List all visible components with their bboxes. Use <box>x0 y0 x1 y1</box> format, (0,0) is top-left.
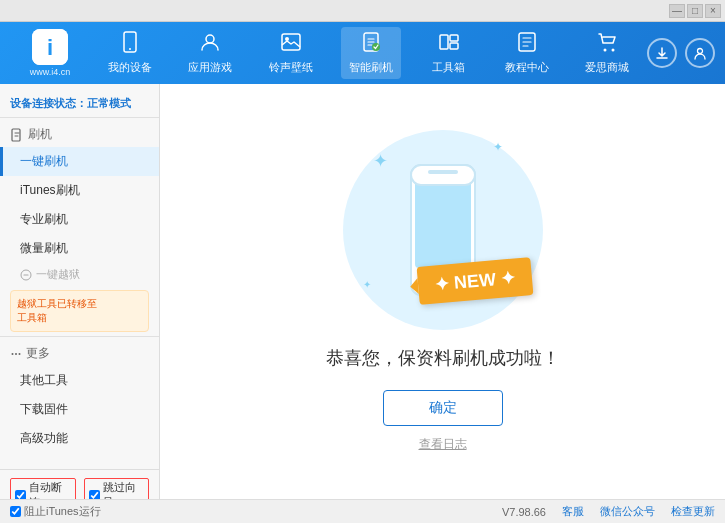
support-link[interactable]: 客服 <box>562 504 584 519</box>
nav-label-tutorial: 教程中心 <box>505 60 549 75</box>
confirm-btn-label: 确定 <box>429 399 457 417</box>
device-checkboxes: 自动断连 跳过向导 <box>10 478 149 499</box>
sidebar-note: 越狱工具已转移至工具箱 <box>10 290 149 332</box>
content-area: ✦ ✦ ✦ ✦ NEW ✦ 恭喜您，保资料刷机成功啦！ <box>160 84 725 499</box>
app-logo: i www.i4.cn <box>10 29 90 77</box>
close-btn[interactable]: × <box>705 4 721 18</box>
auto-disconnect-checkbox[interactable]: 自动断连 <box>10 478 76 499</box>
svg-point-19 <box>15 353 17 355</box>
nav-bar: i www.i4.cn 我的设备 应用游戏 <box>0 22 725 84</box>
sidebar-item-other[interactable]: 其他工具 <box>0 366 159 395</box>
svg-point-15 <box>698 49 703 54</box>
sidebar-other-label: 其他工具 <box>20 373 68 387</box>
svg-point-20 <box>19 353 21 355</box>
itunes-status-label: 阻止iTunes运行 <box>24 504 101 519</box>
skip-wizard-checkbox[interactable]: 跳过向导 <box>84 478 150 499</box>
confirm-button[interactable]: 确定 <box>383 390 503 426</box>
svg-rect-24 <box>415 178 471 268</box>
phone-bg-circle: ✦ ✦ ✦ ✦ NEW ✦ <box>343 130 543 330</box>
section-more: 更多 <box>0 341 159 366</box>
apps-icon <box>199 31 221 58</box>
nav-item-device[interactable]: 我的设备 <box>100 27 160 79</box>
bottom-left: 阻止iTunes运行 <box>10 504 101 519</box>
svg-rect-10 <box>450 35 458 41</box>
sidebar-itunes-label: iTunes刷机 <box>20 183 80 197</box>
svg-point-3 <box>129 48 131 50</box>
logo-icon: i <box>32 29 68 65</box>
sidebar-pro-label: 专业刷机 <box>20 212 68 226</box>
section-flash: 刷机 <box>0 122 159 147</box>
account-nav-btn[interactable] <box>685 38 715 68</box>
success-title: 恭喜您，保资料刷机成功啦！ <box>326 346 560 370</box>
sidebar-divider <box>0 336 159 337</box>
nav-label-smart: 智能刷机 <box>349 60 393 75</box>
nav-item-smart[interactable]: 智能刷机 <box>341 27 401 79</box>
itunes-block-checkbox[interactable]: 阻止iTunes运行 <box>10 504 101 519</box>
logo-subtitle: www.i4.cn <box>30 67 71 77</box>
auto-disconnect-label: 自动断连 <box>29 480 71 499</box>
nav-label-device: 我的设备 <box>108 60 152 75</box>
skip-wizard-label: 跳过向导 <box>103 480 145 499</box>
nav-label-store: 爱思商城 <box>585 60 629 75</box>
sidebar-item-pro[interactable]: 专业刷机 <box>0 205 159 234</box>
tutorial-icon <box>516 31 538 58</box>
version-label: V7.98.66 <box>502 506 546 518</box>
svg-rect-9 <box>440 35 448 49</box>
wallpaper-icon <box>280 31 302 58</box>
sidebar-item-micro[interactable]: 微量刷机 <box>0 234 159 263</box>
minimize-btn[interactable]: — <box>669 4 685 18</box>
sparkle-bl: ✦ <box>363 279 371 290</box>
svg-rect-26 <box>428 170 458 174</box>
bottom-right: V7.98.66 客服 微信公众号 检查更新 <box>502 504 715 519</box>
success-illustration: ✦ ✦ ✦ ✦ NEW ✦ <box>343 130 543 330</box>
update-link[interactable]: 检查更新 <box>671 504 715 519</box>
sparkle-tr: ✦ <box>493 140 503 154</box>
maximize-btn[interactable]: □ <box>687 4 703 18</box>
disabled-label: 一键越狱 <box>36 267 80 282</box>
connection-status: 设备连接状态：正常模式 <box>0 92 159 118</box>
sidebar-item-download[interactable]: 下载固件 <box>0 395 159 424</box>
secondary-link[interactable]: 查看日志 <box>419 436 467 453</box>
svg-point-13 <box>603 49 606 52</box>
download-nav-btn[interactable] <box>647 38 677 68</box>
bottom-bar: 阻止iTunes运行 V7.98.66 客服 微信公众号 检查更新 <box>0 499 725 523</box>
nav-item-tutorial[interactable]: 教程中心 <box>497 27 557 79</box>
smart-icon <box>360 31 382 58</box>
svg-rect-25 <box>411 165 475 185</box>
sidebar-item-oneclick[interactable]: 一键刷机 <box>0 147 159 176</box>
sidebar-disabled-jailbreak: 一键越狱 <box>0 263 159 286</box>
section1-label: 刷机 <box>28 126 52 143</box>
main-layout: 设备连接状态：正常模式 刷机 一键刷机 iTunes刷机 专业刷机 微量刷机 <box>0 84 725 499</box>
device-area: 自动断连 跳过向导 iPhone 12 mini 64GB Down-12min… <box>0 469 159 499</box>
svg-text:i: i <box>47 35 53 60</box>
status-value: 正常模式 <box>87 97 131 109</box>
new-badge-text: NEW <box>454 269 498 293</box>
title-bar: — □ × <box>0 0 725 22</box>
nav-items: 我的设备 应用游戏 铃声壁纸 <box>90 27 647 79</box>
device-icon <box>119 31 141 58</box>
tools-icon <box>438 31 460 58</box>
svg-point-4 <box>206 35 214 43</box>
skip-wizard-input[interactable] <box>89 490 100 500</box>
nav-label-wallpaper: 铃声壁纸 <box>269 60 313 75</box>
sidebar-item-itunes[interactable]: iTunes刷机 <box>0 176 159 205</box>
svg-point-14 <box>611 49 614 52</box>
nav-item-store[interactable]: 爱思商城 <box>577 27 637 79</box>
nav-right <box>647 38 715 68</box>
nav-item-wallpaper[interactable]: 铃声壁纸 <box>261 27 321 79</box>
nav-item-apps[interactable]: 应用游戏 <box>180 27 240 79</box>
section2-label: 更多 <box>26 345 50 362</box>
sidebar-advanced-label: 高级功能 <box>20 431 68 445</box>
sidebar-micro-label: 微量刷机 <box>20 241 68 255</box>
svg-rect-11 <box>450 43 458 49</box>
svg-rect-16 <box>12 129 20 141</box>
sidebar-item-advanced[interactable]: 高级功能 <box>0 424 159 453</box>
nav-label-tools: 工具箱 <box>432 60 465 75</box>
sidebar-oneclick-label: 一键刷机 <box>20 154 68 168</box>
nav-item-tools[interactable]: 工具箱 <box>421 27 476 79</box>
svg-point-18 <box>12 353 14 355</box>
itunes-block-input[interactable] <box>10 506 21 517</box>
nav-label-apps: 应用游戏 <box>188 60 232 75</box>
wechat-link[interactable]: 微信公众号 <box>600 504 655 519</box>
auto-disconnect-input[interactable] <box>15 490 26 500</box>
